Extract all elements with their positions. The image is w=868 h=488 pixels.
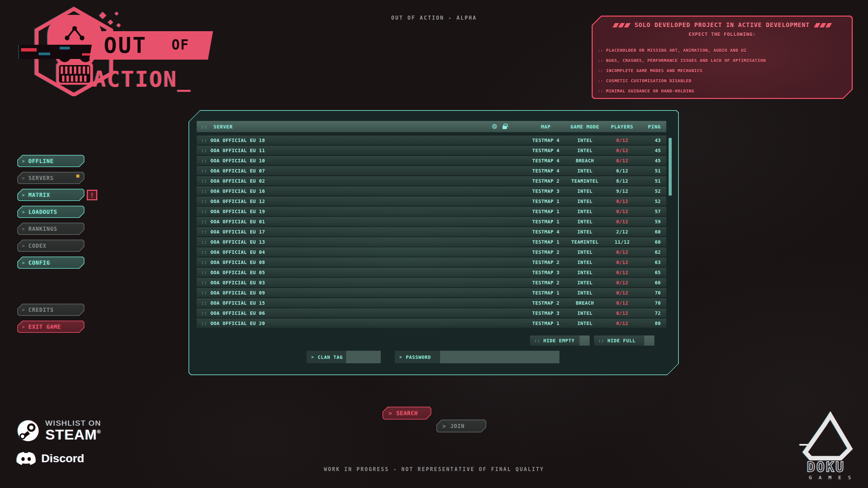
server-gamemode: INTEL xyxy=(565,188,605,194)
server-ping: 80 xyxy=(639,321,662,326)
sidebar-item-offline[interactable]: > OFFLINE xyxy=(17,155,84,167)
server-row[interactable]: ::OOA OFFICIAL EU 04 TESTMAP 2 INTEL 0/1… xyxy=(197,247,666,257)
server-name-cell: ::OOA OFFICIAL EU 13 xyxy=(201,239,527,245)
server-row[interactable]: ::OOA OFFICIAL EU 01 TESTMAP 1 INTEL 0/1… xyxy=(197,217,666,226)
server-name: OOA OFFICIAL EU 05 xyxy=(211,270,265,275)
server-ping: 59 xyxy=(639,219,662,224)
server-row[interactable]: ::OOA OFFICIAL EU 07 TESTMAP 4 INTEL 6/1… xyxy=(197,166,666,175)
server-row[interactable]: ::OOA OFFICIAL EU 13 TESTMAP 1 TEAMINTEL… xyxy=(197,237,666,246)
sidebar-item-label: LOADOUTS xyxy=(28,209,57,215)
search-button[interactable]: > SEARCH xyxy=(382,407,431,420)
chevron-icon: > xyxy=(442,423,446,429)
server-gamemode: INTEL xyxy=(565,138,605,143)
server-ping: 52 xyxy=(639,199,662,204)
server-row[interactable]: ::OOA OFFICIAL EU 12 TESTMAP 1 INTEL 0/1… xyxy=(197,197,666,206)
chevron-icon: > xyxy=(22,324,25,329)
server-row[interactable]: ::OOA OFFICIAL EU 10 TESTMAP 4 BREACH 0/… xyxy=(197,156,666,165)
column-ping[interactable]: PING xyxy=(639,124,662,129)
server-ping: 43 xyxy=(639,138,662,143)
server-row[interactable]: ::OOA OFFICIAL EU 11 TESTMAP 4 INTEL 0/1… xyxy=(197,146,666,155)
sidebar-item-codex[interactable]: > CODEX xyxy=(17,240,84,252)
column-map[interactable]: MAP xyxy=(527,124,565,129)
sidebar-item-exit-game[interactable]: > EXIT GAME xyxy=(17,321,84,333)
dev-notice-list: ::PLACEHOLDER OR MISSING ART, ANIMATION,… xyxy=(592,48,853,99)
sidebar-item-servers[interactable]: > SERVERS xyxy=(17,172,84,184)
hide-full-toggle[interactable]: :: HIDE FULL xyxy=(594,336,654,346)
server-gamemode: INTEL xyxy=(565,321,605,326)
sidebar-item-loadouts[interactable]: > LOADOUTS xyxy=(17,206,84,218)
column-gamemode[interactable]: GAME MODE xyxy=(565,124,605,129)
steam-wordmark: STEAM xyxy=(45,427,97,443)
scrollbar-thumb[interactable] xyxy=(669,138,672,196)
sidebar-item-config[interactable]: > CONFIG xyxy=(17,257,84,269)
password-input[interactable] xyxy=(440,351,559,363)
chevron-icon: > xyxy=(311,355,314,360)
server-name: OOA OFFICIAL EU 15 xyxy=(211,300,265,306)
server-gamemode: INTEL xyxy=(565,209,605,214)
server-gamemode: INTEL xyxy=(565,260,605,265)
server-browser-panel: :: SERVER ⚙ MAP GAME MODE PLAYERS PING :… xyxy=(189,110,679,375)
server-row[interactable]: ::OOA OFFICIAL EU 05 TESTMAP 3 INTEL 0/1… xyxy=(197,268,666,277)
sidebar-item-rankings[interactable]: > RANKINGS xyxy=(17,223,84,235)
server-name-cell: ::OOA OFFICIAL EU 08 xyxy=(201,260,527,265)
chevron-icon: > xyxy=(22,159,25,164)
server-row[interactable]: ::OOA OFFICIAL EU 17 TESTMAP 4 INTEL 2/1… xyxy=(197,227,666,236)
clan-tag-input[interactable] xyxy=(346,351,381,363)
server-name-cell: ::OOA OFFICIAL EU 17 xyxy=(201,229,527,235)
server-map: TESTMAP 3 xyxy=(527,310,565,316)
sidebar-item-label: SERVERS xyxy=(28,175,54,181)
server-ping: 51 xyxy=(639,168,662,174)
lock-icon[interactable] xyxy=(502,126,507,129)
server-gamemode: INTEL xyxy=(565,199,605,204)
server-row[interactable]: ::OOA OFFICIAL EU 09 TESTMAP 1 INTEL 0/1… xyxy=(197,288,666,297)
server-row[interactable]: ::OOA OFFICIAL EU 02 TESTMAP 2 TEAMINTEL… xyxy=(197,176,666,185)
discord-link[interactable]: Discord xyxy=(16,451,84,466)
server-ping: 60 xyxy=(639,239,662,245)
server-ping: 57 xyxy=(639,209,662,214)
server-row[interactable]: ::OOA OFFICIAL EU 18 TESTMAP 4 INTEL 0/1… xyxy=(197,136,666,145)
server-players: 9/12 xyxy=(605,188,639,194)
hide-full-checkbox[interactable] xyxy=(644,336,654,346)
join-button[interactable]: > JOIN xyxy=(436,420,486,432)
password-field: > PASSWORD xyxy=(395,351,559,363)
sidebar-item-label: OFFLINE xyxy=(28,158,54,164)
server-row[interactable]: ::OOA OFFICIAL EU 19 TESTMAP 1 INTEL 0/1… xyxy=(197,207,666,216)
server-map: TESTMAP 4 xyxy=(527,168,565,174)
server-gamemode: INTEL xyxy=(565,280,605,285)
column-players[interactable]: PLAYERS xyxy=(605,124,639,129)
server-row[interactable]: ::OOA OFFICIAL EU 08 TESTMAP 2 INTEL 0/1… xyxy=(197,258,666,267)
server-map: TESTMAP 2 xyxy=(527,260,565,265)
server-players: 0/12 xyxy=(605,310,639,316)
row-prefix: :: xyxy=(201,300,207,306)
server-players: 0/12 xyxy=(605,280,639,285)
item-prefix: :: xyxy=(598,68,603,73)
hide-empty-checkbox[interactable] xyxy=(579,336,590,346)
server-name: OOA OFFICIAL EU 03 xyxy=(211,280,265,285)
column-server[interactable]: SERVER xyxy=(214,124,233,129)
server-row[interactable]: ::OOA OFFICIAL EU 20 TESTMAP 1 INTEL 0/1… xyxy=(197,319,666,328)
clan-tag-field: > CLAN TAG xyxy=(307,351,381,363)
search-button-label: SEARCH xyxy=(396,410,418,416)
server-row[interactable]: ::OOA OFFICIAL EU 15 TESTMAP 2 BREACH 0/… xyxy=(197,298,666,307)
sidebar-item-matrix[interactable]: > MATRIX xyxy=(17,189,84,201)
server-row[interactable]: ::OOA OFFICIAL EU 06 TESTMAP 3 INTEL 0/1… xyxy=(197,308,666,318)
sidebar-item-credits[interactable]: > CREDITS xyxy=(17,304,84,316)
server-name: OOA OFFICIAL EU 17 xyxy=(211,229,265,235)
server-row[interactable]: ::OOA OFFICIAL EU 03 TESTMAP 2 INTEL 0/1… xyxy=(197,278,666,287)
settings-icon[interactable]: ⚙ xyxy=(492,123,498,130)
server-map: TESTMAP 1 xyxy=(527,199,565,204)
item-text: MINIMAL GUIDANCE OR HAND-HOLDING xyxy=(606,88,694,94)
logo-word-of: OF xyxy=(172,37,189,53)
server-row[interactable]: ::OOA OFFICIAL EU 16 TESTMAP 3 INTEL 9/1… xyxy=(197,186,666,196)
sidebar-item-label: MATRIX xyxy=(28,192,50,198)
dev-notice-subtitle: EXPECT THE FOLLOWING: xyxy=(592,32,853,37)
server-name-cell: ::OOA OFFICIAL EU 11 xyxy=(201,148,527,153)
sidebar-item-label: RANKINGS xyxy=(28,226,57,232)
server-name: OOA OFFICIAL EU 16 xyxy=(211,188,265,194)
hide-empty-toggle[interactable]: :: HIDE EMPTY xyxy=(530,336,590,346)
server-name: OOA OFFICIAL EU 09 xyxy=(211,290,265,296)
steam-wishlist-link[interactable]: WISHLIST ON STEAM® xyxy=(17,420,101,442)
dev-notice-item: ::MINIMAL GUIDANCE OR HAND-HOLDING xyxy=(598,88,853,99)
row-prefix: :: xyxy=(201,209,207,214)
row-prefix: :: xyxy=(201,321,207,326)
